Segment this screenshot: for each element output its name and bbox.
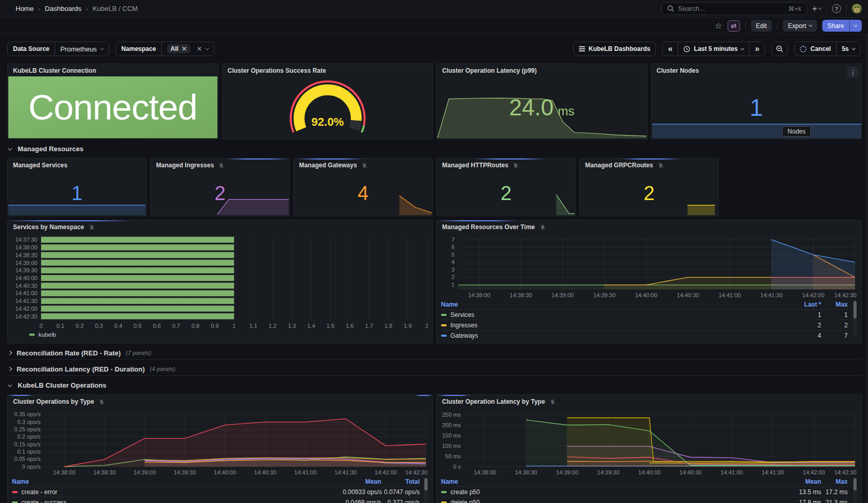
svg-text:0 ops/s: 0 ops/s (22, 464, 41, 470)
panel-header[interactable]: Services by Namespace (8, 220, 432, 233)
variable-datasource-value[interactable]: Prometheus (55, 42, 109, 56)
page-scrollbar[interactable] (865, 34, 868, 503)
svg-text:1.2: 1.2 (269, 323, 277, 329)
legend-column-header[interactable]: Mean (343, 477, 381, 486)
namespace-tag[interactable]: All ✕ (167, 44, 190, 54)
legend-value: 2 (821, 320, 848, 330)
section-reconciliation-latency[interactable]: Reconciliation Latency (RED - Duration) … (7, 363, 862, 376)
search-input[interactable]: Search... ⌘+k (662, 2, 807, 15)
legend-row[interactable]: create - success0.0469 ops/s0.372 ops/s (12, 497, 420, 503)
avatar[interactable] (852, 4, 862, 14)
panel-header[interactable]: Managed GRPCRoutes (580, 158, 718, 171)
legend-row[interactable]: Services11 (441, 309, 848, 320)
star-icon[interactable]: ☆ (715, 22, 722, 30)
panel-header[interactable]: Cluster Operations Success Rate (223, 64, 433, 76)
legend-row[interactable]: delete p5017.8 ms21.3 ms (441, 497, 848, 503)
svg-text:14:39:00: 14:39:00 (134, 469, 156, 475)
legend-column-header[interactable]: Last * (795, 300, 821, 309)
time-shift-forward-button[interactable]: » (749, 42, 765, 56)
chevron-right-icon (8, 367, 12, 371)
panel-header[interactable]: Managed Ingresses (151, 158, 289, 171)
panel-header[interactable]: KubeLB Cluster Connection (8, 64, 218, 76)
share-button[interactable]: Share (822, 20, 849, 32)
svg-text:14:38:00: 14:38:00 (468, 292, 490, 298)
loading-spinner-icon (800, 46, 807, 52)
legend-column-header[interactable]: Name (441, 300, 795, 309)
section-kubelb-cluster-operations[interactable]: KubeLB Cluster Operations (8, 380, 862, 391)
panel-header[interactable]: Cluster Operations by Type (8, 395, 432, 407)
export-button[interactable]: Export (783, 20, 817, 32)
time-series-chart[interactable]: 0 ops/s0.05 ops/s0.1 ops/s0.15 ops/s0.2 … (12, 407, 428, 477)
legend-label: create - success (21, 499, 67, 503)
panel-header[interactable]: Managed Services (8, 158, 146, 171)
legend-row[interactable]: Gateways47 (441, 330, 848, 340)
svg-text:14:38:00: 14:38:00 (15, 244, 37, 250)
svg-text:14:39:00: 14:39:00 (551, 292, 574, 298)
variable-namespace-value[interactable]: All ✕ ✕ (162, 42, 214, 56)
legend-column-header[interactable]: Total (381, 477, 420, 486)
time-series-chart[interactable]: 0 s50 ms100 ms150 ms200 ms250 ms14:38:00… (441, 407, 857, 477)
legend-value: 0.372 ops/s (381, 497, 420, 503)
legend-scrollbar[interactable] (424, 478, 428, 503)
legend-header: NameLast *Max (441, 300, 848, 309)
legend-row[interactable]: create p5013.5 ms17.2 ms (441, 486, 848, 497)
refresh-controls: Cancel 5s (794, 42, 861, 56)
new-button[interactable]: + (812, 4, 821, 14)
section-managed-resources[interactable]: Managed Resources (8, 143, 862, 154)
panel-services-by-namespace: Services by Namespace 00.10.20.30.40.50.… (7, 220, 433, 343)
legend-row[interactable]: create - error0.00933 ops/s0.0747 ops/s (12, 486, 420, 497)
legend-scrollbar[interactable] (853, 478, 857, 503)
legend-column-header[interactable]: Name (441, 477, 795, 486)
panel-loading-indicator (8, 220, 131, 221)
svg-text:2: 2 (425, 323, 428, 329)
streaming-off-icon (512, 162, 519, 169)
compare-icon[interactable]: ⇄ (728, 20, 740, 32)
svg-text:14:42:30: 14:42:30 (834, 469, 857, 475)
panel-header[interactable]: Cluster Operation Latency by Type (437, 395, 861, 407)
svg-text:0.3: 0.3 (95, 323, 103, 329)
panel-header[interactable]: Managed Resources Over Time (437, 220, 861, 233)
svg-text:14:41:00: 14:41:00 (720, 469, 743, 475)
legend-column-header[interactable]: Max (821, 300, 848, 309)
legend-column-header[interactable]: Max (821, 477, 848, 486)
legend-scrollbar[interactable] (853, 301, 857, 337)
section-reconciliation-rate[interactable]: Reconciliation Rate (RED - Rate) (7 pane… (7, 347, 862, 360)
legend-column-header[interactable]: Name (12, 477, 343, 486)
share-menu-button[interactable] (849, 20, 862, 32)
panel-header[interactable]: Managed Gateways (294, 158, 432, 171)
zoom-out-button[interactable] (771, 42, 788, 56)
legend-label: Gateways (450, 332, 478, 339)
clear-icon[interactable]: ✕ (197, 46, 202, 52)
panel-header[interactable]: Cluster Nodes (652, 64, 862, 76)
breadcrumb-separator-icon: › (86, 6, 88, 12)
panel-header[interactable]: Cluster Operation Latency (p99) (437, 64, 647, 76)
breadcrumb-dashboards[interactable]: Dashboards (45, 5, 81, 12)
legend-item-kubelb[interactable]: kubelb (26, 332, 56, 338)
svg-text:14:39:30: 14:39:30 (597, 469, 619, 475)
time-range-picker[interactable]: Last 5 minutes (678, 42, 749, 56)
search-placeholder: Search... (678, 5, 705, 12)
zoom-out-icon (776, 45, 783, 52)
legend-column-header[interactable]: Mean (795, 477, 821, 486)
panel-header[interactable]: Managed HTTPRoutes (437, 158, 575, 171)
dashboard-grid: KubeLB Cluster Connection Connected Clus… (0, 63, 868, 503)
help-icon[interactable]: ? (832, 4, 841, 13)
legend-value: 21.3 ms (821, 497, 848, 503)
breadcrumb-home[interactable]: Home (16, 5, 34, 12)
svg-text:14:41:30: 14:41:30 (761, 469, 784, 475)
legend-value: 1 (795, 310, 821, 320)
time-series-chart[interactable]: 123456714:38:0014:38:3014:39:0014:39:301… (441, 233, 857, 300)
legend-row[interactable]: Ingresses22 (441, 320, 848, 330)
panel-title: KubeLB Cluster Connection (13, 67, 96, 74)
edit-button[interactable]: Edit (751, 20, 772, 32)
close-icon[interactable]: ✕ (182, 46, 187, 52)
refresh-interval-picker[interactable]: 5s (836, 42, 860, 56)
svg-text:200 ms: 200 ms (442, 422, 461, 428)
dashboards-list-button[interactable]: KubeLB Dashboards (573, 42, 656, 56)
refresh-cancel-button[interactable]: Cancel (795, 42, 836, 56)
legend-swatch (441, 314, 447, 316)
time-shift-back-button[interactable]: « (663, 42, 678, 56)
bar-chart[interactable]: 00.10.20.30.40.50.60.70.80.911.11.21.31.… (12, 233, 428, 330)
panel-cluster-nodes: Cluster Nodes ⋮ 1 Nodes (651, 63, 862, 139)
panel-menu-icon[interactable]: ⋮ (847, 67, 859, 78)
